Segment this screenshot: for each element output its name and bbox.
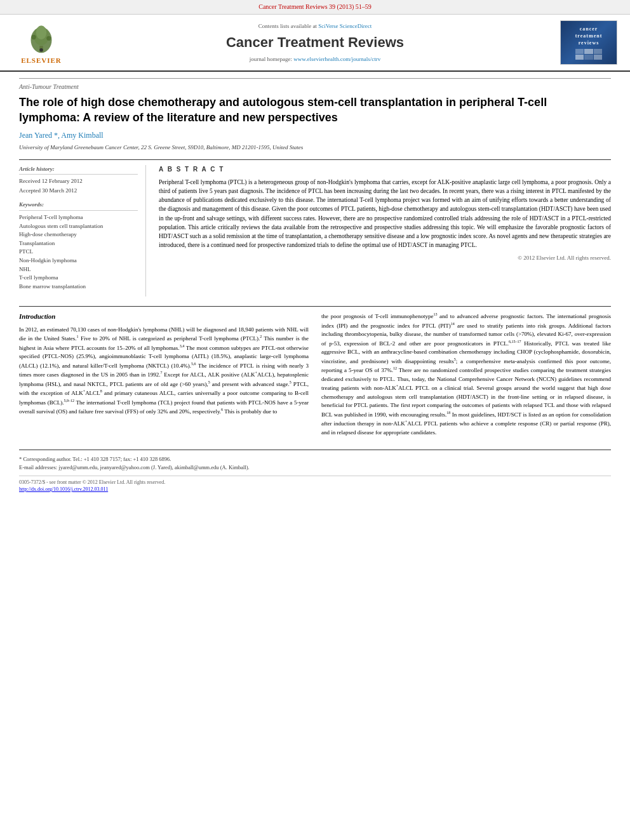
journal-homepage: journal homepage: www.elsevierhealth.com…: [76, 55, 554, 63]
svg-point-6: [39, 48, 43, 52]
header-section: ELSEVIER Contents lists available at Sci…: [0, 15, 630, 72]
elsevier-logo: ELSEVIER: [13, 20, 70, 65]
keyword-7: NHL: [19, 265, 138, 274]
keyword-5: PTCL: [19, 248, 138, 256]
article-info-column: Article history: Received 12 February 20…: [19, 165, 146, 297]
introduction-title: Introduction: [19, 312, 309, 321]
keyword-3: High-dose chemotherapy: [19, 230, 138, 239]
copyright: © 2012 Elsevier Ltd. All rights reserved…: [159, 254, 611, 262]
article-title: The role of high dose chemotherapy and a…: [19, 95, 611, 125]
journal-logo-right: cancer treatment reviews: [560, 20, 617, 65]
svg-point-4: [31, 35, 36, 39]
footer-section: * Corresponding author. Tel.: +1 410 328…: [19, 450, 611, 493]
svg-point-3: [36, 25, 47, 39]
article-history-section: Article history: Received 12 February 20…: [19, 165, 138, 195]
homepage-url[interactable]: www.elsevierhealth.com/journals/ctrv: [293, 56, 380, 62]
footer-bar: 0305-7372/$ - see front matter © 2012 El…: [19, 476, 611, 493]
article-category: Anti-Tumour Treatment: [19, 78, 611, 91]
intro-left-col: Introduction In 2012, an estimated 70,13…: [19, 312, 309, 437]
introduction-section: Introduction In 2012, an estimated 70,13…: [19, 306, 611, 437]
elsevier-tree-icon: [19, 20, 64, 55]
intro-body-right: the poor prognosis of T-cell immunopheno…: [321, 312, 611, 437]
keywords-list: Peripheral T-cell lymphoma Autologous st…: [19, 213, 138, 290]
email-note: E-mail addresses: jyared@umm.edu, jeanya…: [19, 463, 611, 472]
received-date: Received 12 February 2012: [19, 177, 138, 185]
header-center: Contents lists available at SciVerse Sci…: [70, 22, 560, 63]
authors: Jean Yared *, Amy Kimball: [19, 130, 611, 141]
keyword-6: Non-Hodgkin lymphoma: [19, 257, 138, 265]
keyword-8: T-cell lymphoma: [19, 274, 138, 282]
elsevier-brand-text: ELSEVIER: [21, 56, 62, 65]
journal-citation: Cancer Treatment Reviews 39 (2013) 51–59: [258, 3, 371, 10]
keyword-1: Peripheral T-cell lymphoma: [19, 213, 138, 222]
sciverse-line: Contents lists available at SciVerse Sci…: [76, 22, 554, 30]
abstract-column: A B S T R A C T Peripheral T-cell lympho…: [159, 165, 611, 297]
keyword-4: Transplantation: [19, 239, 138, 248]
keywords-section: Keywords: Peripheral T-cell lymphoma Aut…: [19, 201, 138, 290]
author-names: Jean Yared *, Amy Kimball: [19, 131, 104, 140]
abstract-header: A B S T R A C T: [159, 165, 611, 174]
issn-line: 0305-7372/$ - see front matter © 2012 El…: [19, 479, 611, 486]
svg-point-5: [46, 36, 51, 41]
sciverse-link[interactable]: SciVerse ScienceDirect: [318, 23, 372, 29]
intro-right-col: the poor prognosis of T-cell immunopheno…: [321, 312, 611, 437]
two-column-layout: Article history: Received 12 February 20…: [19, 159, 611, 297]
journal-top-bar: Cancer Treatment Reviews 39 (2013) 51–59: [0, 0, 630, 15]
abstract-text: Peripheral T-cell lymphoma (PTCL) is a h…: [159, 178, 611, 250]
doi-link[interactable]: http://dx.doi.org/10.1016/j.ctrv.2012.03…: [19, 486, 108, 492]
main-content: Anti-Tumour Treatment The role of high d…: [0, 72, 630, 499]
corresponding-author-note: * Corresponding author. Tel.: +1 410 328…: [19, 455, 611, 463]
doi-line: http://dx.doi.org/10.1016/j.ctrv.2012.03…: [19, 486, 611, 493]
accepted-date: Accepted 30 March 2012: [19, 187, 138, 195]
history-title: Article history:: [19, 165, 138, 175]
keyword-9: Bone marrow transplantation: [19, 283, 138, 291]
keyword-2: Autologous stem cell transplantation: [19, 222, 138, 230]
affiliation: University of Maryland Greenebaum Cancer…: [19, 143, 611, 152]
page-wrapper: Cancer Treatment Reviews 39 (2013) 51–59…: [0, 0, 630, 499]
journal-title-header: Cancer Treatment Reviews: [76, 33, 554, 53]
keywords-title: Keywords:: [19, 201, 138, 211]
intro-body-left: In 2012, an estimated 70,130 cases of no…: [19, 326, 309, 417]
